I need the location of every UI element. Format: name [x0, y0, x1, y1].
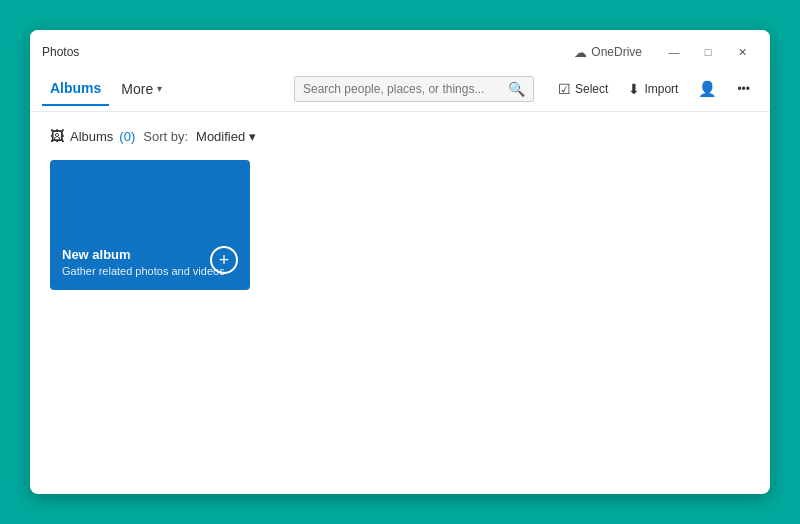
app-window: Photos ☁ OneDrive — □ ✕ Albums More ▾ 🔍 — [30, 30, 770, 494]
select-label: Select — [575, 82, 608, 96]
close-button[interactable]: ✕ — [726, 40, 758, 64]
title-bar-left: Photos — [42, 45, 79, 59]
maximize-button[interactable]: □ — [692, 40, 724, 64]
ellipsis-icon: ••• — [737, 82, 750, 96]
more-button[interactable]: More ▾ — [113, 73, 170, 105]
onedrive-label: ☁ OneDrive — [574, 45, 642, 60]
window-controls: — □ ✕ — [658, 40, 758, 64]
search-icon[interactable]: 🔍 — [508, 81, 525, 97]
albums-grid: New album Gather related photos and vide… — [50, 160, 750, 290]
user-icon: 👤 — [698, 80, 717, 98]
toolbar: Albums More ▾ 🔍 ☑ Select ⬇ Import 👤 ••• — [30, 66, 770, 112]
new-album-card[interactable]: New album Gather related photos and vide… — [50, 160, 250, 290]
sort-value-text: Modified — [196, 129, 245, 144]
album-icon: 🖼 — [50, 128, 64, 144]
toolbar-actions: ☑ Select ⬇ Import 👤 ••• — [550, 74, 758, 104]
title-bar-right: ☁ OneDrive — □ ✕ — [574, 40, 758, 64]
user-button[interactable]: 👤 — [690, 74, 725, 104]
title-bar: Photos ☁ OneDrive — □ ✕ — [30, 30, 770, 66]
import-label: Import — [644, 82, 678, 96]
more-label: More — [121, 81, 153, 97]
search-input[interactable] — [303, 82, 508, 96]
content-area: 🖼 Albums (0) Sort by: Modified ▾ New alb… — [30, 112, 770, 494]
chevron-down-icon: ▾ — [157, 83, 162, 94]
sort-dropdown[interactable]: Modified ▾ — [196, 129, 256, 144]
import-icon: ⬇ — [628, 81, 640, 97]
select-button[interactable]: ☑ Select — [550, 75, 616, 103]
search-box: 🔍 — [294, 76, 534, 102]
sort-label: Sort by: — [143, 129, 188, 144]
more-options-button[interactable]: ••• — [729, 76, 758, 102]
app-title: Photos — [42, 45, 79, 59]
import-button[interactable]: ⬇ Import — [620, 75, 686, 103]
minimize-button[interactable]: — — [658, 40, 690, 64]
albums-header: 🖼 Albums (0) Sort by: Modified ▾ — [50, 128, 750, 144]
albums-count: (0) — [119, 129, 135, 144]
sort-chevron-icon: ▾ — [249, 129, 256, 144]
onedrive-icon: ☁ — [574, 45, 587, 60]
albums-label: Albums — [70, 129, 113, 144]
select-icon: ☑ — [558, 81, 571, 97]
tab-albums[interactable]: Albums — [42, 72, 109, 106]
new-album-plus-icon: + — [210, 246, 238, 274]
albums-header-title: 🖼 Albums (0) — [50, 128, 135, 144]
onedrive-text: OneDrive — [591, 45, 642, 59]
